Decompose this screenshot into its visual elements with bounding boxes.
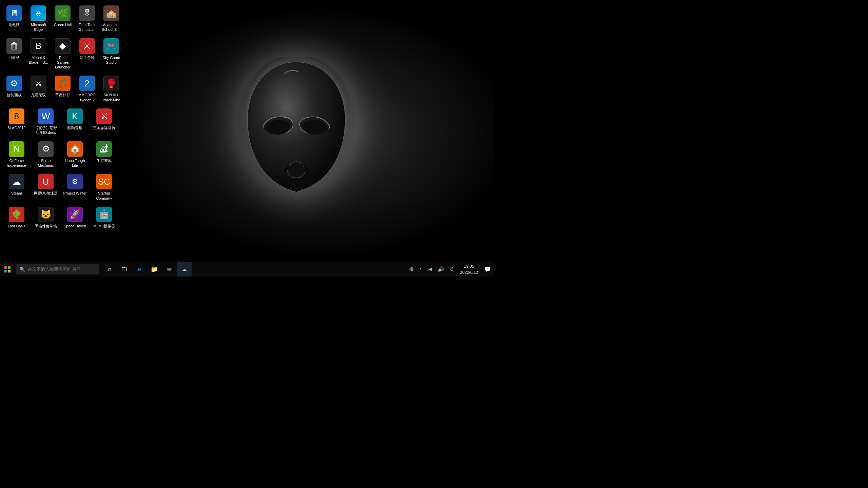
desktop-icon-this-pc[interactable]: 🖥此电脑 bbox=[3, 3, 25, 34]
wulin-icon: ⚔ bbox=[31, 76, 46, 91]
desktop-icon-total-tank[interactable]: 🎖Total Tank Simulator bbox=[76, 3, 98, 34]
desktop-area: 🖥此电脑eMicrosoft Edge🌿Green Hell🎖Total Tan… bbox=[0, 0, 125, 258]
green-hell-label: Green Hell bbox=[54, 22, 72, 27]
mumu-icon: 🤖 bbox=[96, 207, 112, 222]
svg-rect-4 bbox=[8, 270, 11, 272]
desktop-icon-mmorpg[interactable]: 2MMORPG Tycoon 2 bbox=[76, 74, 98, 104]
last-oasis-icon: 🌵 bbox=[9, 207, 24, 222]
hobo-label: Hobo Tough Life bbox=[63, 158, 87, 168]
desktop-icon-skyhill[interactable]: 🥊SKYHILL Black Mist bbox=[100, 74, 122, 104]
lingzhu-icon: ⚔ bbox=[79, 38, 95, 54]
desktop-icon-netease-uu[interactable]: U网易UU加速器 bbox=[32, 172, 59, 203]
mail-taskbar[interactable]: ✉ bbox=[162, 262, 177, 277]
mmorpg-icon: 2 bbox=[79, 76, 95, 91]
epic-label: Epic Games Launcher bbox=[53, 55, 73, 70]
desktop-icon-control-panel[interactable]: ⚙控制面板 bbox=[3, 74, 25, 104]
shengcun-label: 生存营地 bbox=[97, 158, 112, 163]
taskbar: 🔍 ⧉ 🗔 e 📁 ✉ ☁ 拼 ∧ 🖥 🔊 英 19:05 2020/6/12 … bbox=[0, 262, 494, 277]
svg-rect-3 bbox=[4, 270, 7, 272]
docx-label: 【宽子】荒野乱斗ID.docx bbox=[34, 125, 58, 135]
academia-icon: 🏫 bbox=[103, 5, 119, 21]
taskbar-quick-btns: ⧉ 🗔 e 📁 ✉ ☁ bbox=[102, 262, 192, 277]
system-tray-expand[interactable]: ∧ bbox=[416, 262, 425, 277]
control-panel-label: 控制面板 bbox=[7, 93, 22, 97]
kugou-label: 酷狗音乐 bbox=[67, 125, 82, 130]
geforce-icon: N bbox=[9, 141, 24, 157]
recycle-label: 回收站 bbox=[8, 55, 20, 60]
language-indicator[interactable]: 英 bbox=[447, 262, 457, 277]
clock[interactable]: 19:05 2020/6/12 bbox=[457, 262, 481, 277]
last-oasis-label: Last Oasis bbox=[8, 224, 25, 228]
project-winter-icon: ❄ bbox=[67, 174, 83, 189]
mmorpg-label: MMORPG Tycoon 2 bbox=[77, 93, 97, 102]
taskbar-search-box[interactable]: 🔍 bbox=[16, 264, 99, 274]
desktop-icon-mumu[interactable]: 🤖MuMu模拟器 bbox=[91, 205, 118, 230]
netease-uu-icon: U bbox=[38, 174, 54, 189]
scrap-icon: ⚙ bbox=[38, 141, 54, 157]
volume-icon[interactable]: 🔊 bbox=[435, 262, 447, 277]
desktop-icon-academia[interactable]: 🏫Academia School Si... bbox=[100, 3, 122, 34]
desktop-icon-hobo[interactable]: 🏠Hobo Tough Life bbox=[61, 139, 88, 170]
wulin-label: 九霸无双 bbox=[31, 93, 46, 97]
file-explorer-taskbar[interactable]: 📁 bbox=[147, 262, 162, 277]
city-game-label: City Game Studio bbox=[101, 55, 121, 65]
widgets-button[interactable]: 🗔 bbox=[117, 262, 132, 277]
network-icon[interactable]: 🖥 bbox=[425, 262, 435, 277]
desktop-icon-project-winter[interactable]: ❄Project Winter bbox=[61, 172, 88, 203]
8lag-icon: 8 bbox=[9, 108, 24, 124]
desktop-icon-wulin[interactable]: ⚔九霸无双 bbox=[27, 74, 50, 104]
8lag-label: 8LAG2019 bbox=[8, 125, 26, 130]
academia-label: Academia School Si... bbox=[101, 22, 121, 32]
desktop-icon-edge[interactable]: eMicrosoft Edge bbox=[27, 3, 50, 34]
total-tank-label: Total Tank Simulator bbox=[77, 22, 97, 32]
desktop-icon-8lag[interactable]: 88LAG2019 bbox=[3, 106, 30, 137]
desktop-icon-space-haven[interactable]: 🚀Space Haven bbox=[61, 205, 88, 230]
desktop-icon-jiekuai[interactable]: 🎵节奏快打 bbox=[52, 74, 74, 104]
desktop-icon-sanguo[interactable]: ⚔三国志猛将传 bbox=[91, 106, 118, 137]
icon-row: ☁SteamU网易UU加速器❄Project WinterSCStartup C… bbox=[2, 171, 123, 203]
lingzhu-label: 领主争锋 bbox=[80, 55, 95, 60]
ime-label: 拼 bbox=[409, 266, 414, 272]
hobo-icon: 🏠 bbox=[67, 141, 83, 157]
desktop-icon-lingzhu[interactable]: ⚔领主争锋 bbox=[76, 36, 98, 72]
time-display: 19:05 bbox=[464, 263, 474, 269]
desktop-icon-geforce[interactable]: NGeForce Experience bbox=[3, 139, 30, 170]
control-panel-icon: ⚙ bbox=[6, 76, 22, 91]
mumu-label: MuMu模拟器 bbox=[93, 224, 115, 228]
desktop-icon-docx[interactable]: W【宽子】荒野乱斗ID.docx bbox=[32, 106, 59, 137]
desktop-icon-city-game[interactable]: 🎮City Game Studio bbox=[100, 36, 122, 72]
desktop-icon-scrap[interactable]: ⚙Scrap Mechanic bbox=[32, 139, 59, 170]
desktop-icon-heimao[interactable]: 🐱黑猫棘角斗场 bbox=[32, 205, 59, 230]
svg-rect-1 bbox=[4, 266, 7, 269]
startup-company-label: Startup Company bbox=[92, 191, 116, 201]
sanguo-icon: ⚔ bbox=[96, 108, 112, 124]
desktop-icon-epic[interactable]: ◆Epic Games Launcher bbox=[52, 36, 74, 72]
total-tank-icon: 🎖 bbox=[79, 5, 95, 21]
search-icon: 🔍 bbox=[20, 267, 25, 272]
icon-row: 🌵Last Oasis🐱黑猫棘角斗场🚀Space Haven🤖MuMu模拟器 bbox=[2, 204, 123, 231]
sanguo-label: 三国志猛将传 bbox=[93, 125, 115, 130]
ime-indicator[interactable]: 拼 bbox=[407, 262, 416, 277]
desktop-icon-recycle[interactable]: 🗑回收站 bbox=[3, 36, 25, 72]
notification-button[interactable]: 💬 bbox=[481, 262, 494, 277]
desktop-icon-steam[interactable]: ☁Steam bbox=[3, 172, 30, 203]
recycle-icon: 🗑 bbox=[6, 38, 22, 54]
steam-taskbar[interactable]: ☁ bbox=[177, 262, 192, 277]
startup-company-icon: SC bbox=[96, 174, 112, 189]
icon-row: ⚙控制面板⚔九霸无双🎵节奏快打2MMORPG Tycoon 2🥊SKYHILL … bbox=[2, 73, 123, 105]
start-button[interactable] bbox=[0, 262, 15, 277]
city-game-icon: 🎮 bbox=[103, 38, 119, 54]
desktop-icon-startup-company[interactable]: SCStartup Company bbox=[91, 172, 118, 203]
edge-taskbar[interactable]: e bbox=[132, 262, 147, 277]
desktop-icon-shengcun[interactable]: 🏕生存营地 bbox=[91, 139, 118, 170]
task-view-button[interactable]: ⧉ bbox=[102, 262, 117, 277]
search-input[interactable] bbox=[27, 267, 95, 272]
desktop-icon-kugou[interactable]: K酷狗音乐 bbox=[61, 106, 88, 137]
desktop-icon-mount-blade[interactable]: BMount & Blade II B... bbox=[27, 36, 50, 72]
jiekuai-label: 节奏快打 bbox=[55, 93, 70, 97]
skyhill-icon: 🥊 bbox=[103, 76, 119, 91]
this-pc-icon: 🖥 bbox=[6, 5, 22, 21]
desktop-icon-last-oasis[interactable]: 🌵Last Oasis bbox=[3, 205, 30, 230]
desktop-icon-green-hell[interactable]: 🌿Green Hell bbox=[52, 3, 74, 34]
mount-blade-label: Mount & Blade II B... bbox=[29, 55, 48, 65]
